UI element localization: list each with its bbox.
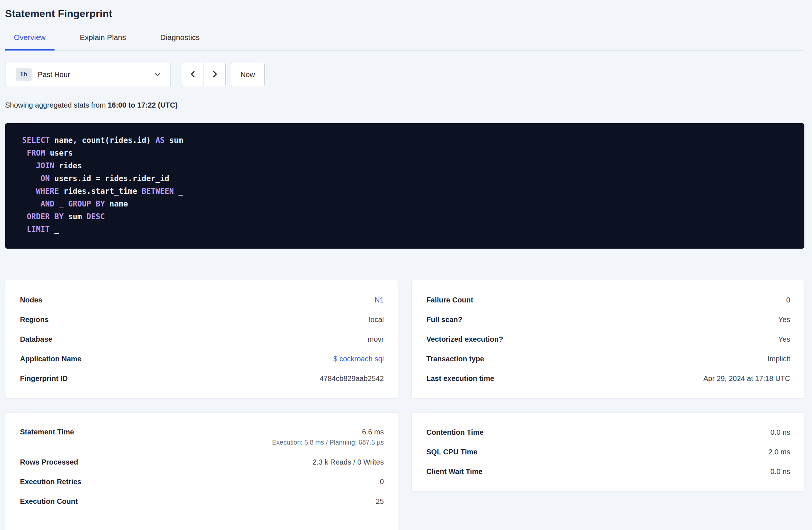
- interval-label: Past Hour: [38, 71, 70, 79]
- row-label: Rows Processed: [20, 457, 78, 467]
- row-label: Application Name: [20, 354, 81, 364]
- tab-diagnostics[interactable]: Diagnostics: [152, 33, 209, 50]
- row-value: 0.0 ns: [771, 427, 790, 437]
- sql-statement-box: SELECT name, count(rides.id) AS sum FROM…: [5, 123, 804, 249]
- row-label: Vectorized execution?: [426, 334, 503, 344]
- chevron-left-icon: [189, 70, 197, 80]
- row-value-block: 6.6 ms Execution: 5.8 ms / Planning: 687…: [272, 427, 384, 447]
- summary-row-application-name: Application Name $ cockroach sql: [20, 349, 384, 369]
- now-button[interactable]: Now: [231, 63, 265, 86]
- row-label: Database: [20, 334, 52, 344]
- row-value: 2.0 ms: [768, 447, 790, 457]
- timing-row-sql-cpu-time: SQL CPU Time 2.0 ms: [426, 442, 790, 462]
- row-label: Statement Time: [20, 427, 74, 437]
- row-value: 0: [380, 477, 384, 487]
- row-value: Yes: [778, 334, 790, 344]
- row-subvalue: Execution: 5.8 ms / Planning: 687.5 µs: [272, 438, 384, 447]
- statement-fingerprint-page: Statement Fingerprint Overview Explain P…: [0, 0, 812, 530]
- row-value: movr: [368, 334, 384, 344]
- summary-cards: Nodes N1 Regions local Database movr App…: [5, 280, 804, 530]
- row-label: Fingerprint ID: [20, 373, 68, 384]
- summary-row-transaction-type: Transaction type Implicit: [426, 349, 790, 369]
- nodes-link[interactable]: N1: [374, 295, 384, 305]
- interval-badge: 1h: [16, 68, 32, 81]
- tab-overview[interactable]: Overview: [5, 33, 55, 50]
- summary-row-vectorized: Vectorized execution? Yes: [426, 329, 790, 349]
- row-value: Implicit: [768, 354, 790, 364]
- row-value: local: [369, 314, 384, 325]
- sql-code: SELECT name, count(rides.id) AS sum FROM…: [22, 134, 790, 236]
- summary-row-regions: Regions local: [20, 310, 384, 329]
- summary-row-last-execution: Last execution time Apr 29, 2024 at 17:1…: [426, 369, 790, 388]
- row-value: 2.3 k Reads / 0 Writes: [313, 457, 384, 467]
- execution-attributes-card: Failure Count 0 Full scan? Yes Vectorize…: [411, 280, 804, 398]
- row-value: 0: [786, 295, 790, 305]
- timing-row-statement-time: Statement Time 6.6 ms Execution: 5.8 ms …: [20, 422, 384, 452]
- row-label: Full scan?: [426, 314, 462, 325]
- row-label: Nodes: [20, 295, 42, 305]
- tab-explain-plans[interactable]: Explain Plans: [71, 33, 135, 50]
- time-interval-dropdown[interactable]: 1h Past Hour: [5, 63, 171, 86]
- prev-interval-button[interactable]: [182, 63, 204, 86]
- timing-row-execution-retries: Execution Retries 0: [20, 472, 384, 491]
- row-value: 0.0 ns: [771, 466, 790, 477]
- timing-row-client-wait-time: Client Wait Time 0.0 ns: [426, 462, 790, 481]
- timing-row-execution-count: Execution Count 25: [20, 491, 384, 511]
- row-label: Execution Count: [20, 496, 78, 506]
- wait-times-card: Contention Time 0.0 ns SQL CPU Time 2.0 …: [411, 412, 804, 491]
- statement-times-card: Statement Time 6.6 ms Execution: 5.8 ms …: [5, 412, 398, 530]
- stats-range-prefix: Showing aggregated stats from: [5, 101, 108, 109]
- row-label: Last execution time: [426, 373, 494, 384]
- row-value: 6.6 ms: [362, 427, 384, 437]
- summary-row-full-scan: Full scan? Yes: [426, 310, 790, 329]
- timing-row-rows-processed: Rows Processed 2.3 k Reads / 0 Writes: [20, 452, 384, 472]
- summary-row-fingerprint-id: Fingerprint ID 4784cb829aab2542: [20, 369, 384, 388]
- summary-row-failure-count: Failure Count 0: [426, 290, 790, 310]
- stats-range-value: 16:00 to 17:22 (UTC): [108, 101, 177, 109]
- summary-row-database: Database movr: [20, 329, 384, 349]
- time-toolbar: 1h Past Hour Now: [5, 63, 804, 86]
- chevron-right-icon: [210, 70, 219, 80]
- time-pager: [182, 63, 226, 86]
- row-label: Transaction type: [426, 354, 484, 364]
- tabbar: Overview Explain Plans Diagnostics: [5, 33, 804, 51]
- stats-range-text: Showing aggregated stats from 16:00 to 1…: [5, 100, 804, 110]
- row-value: 25: [376, 496, 384, 506]
- row-label: Contention Time: [426, 427, 483, 437]
- row-value: 4784cb829aab2542: [319, 373, 384, 384]
- row-label: Regions: [20, 314, 49, 325]
- row-label: SQL CPU Time: [426, 447, 477, 457]
- row-label: Failure Count: [426, 295, 473, 305]
- summary-row-nodes: Nodes N1: [20, 290, 384, 310]
- row-label: Client Wait Time: [426, 466, 482, 477]
- application-name-link[interactable]: $ cockroach sql: [333, 354, 384, 364]
- row-value: Apr 29, 2024 at 17:18 UTC: [703, 373, 790, 384]
- chevron-down-icon: [154, 71, 161, 78]
- timing-row-contention-time: Contention Time 0.0 ns: [426, 422, 790, 442]
- statement-details-card: Nodes N1 Regions local Database movr App…: [5, 280, 398, 398]
- page-title: Statement Fingerprint: [5, 7, 804, 20]
- row-label: Execution Retries: [20, 477, 81, 487]
- row-value: Yes: [778, 314, 790, 325]
- next-interval-button[interactable]: [204, 63, 226, 86]
